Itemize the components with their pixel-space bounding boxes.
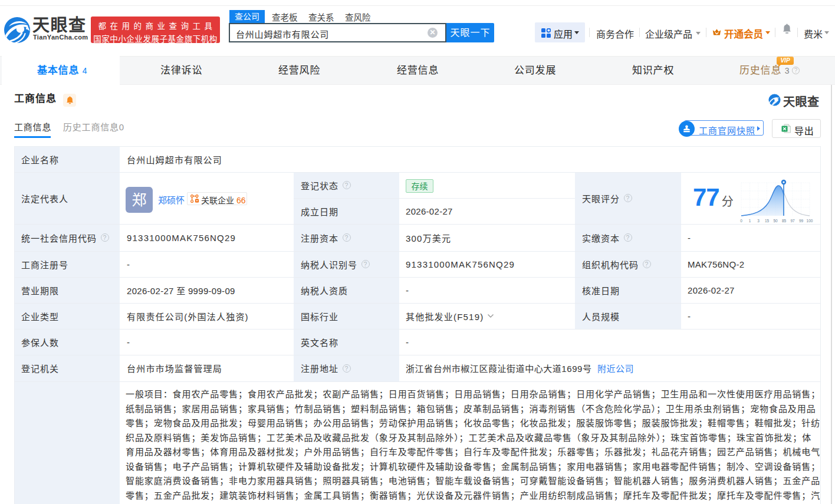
svg-text:99: 99 bbox=[799, 219, 804, 223]
svg-text:50: 50 bbox=[773, 219, 778, 223]
svg-text:1: 1 bbox=[749, 219, 751, 223]
svg-text:100: 100 bbox=[807, 219, 813, 223]
svg-text:0: 0 bbox=[740, 219, 742, 223]
svg-text:15: 15 bbox=[765, 219, 770, 223]
svg-text:85: 85 bbox=[782, 219, 787, 223]
svg-text:3: 3 bbox=[757, 219, 760, 223]
svg-text:97: 97 bbox=[790, 219, 795, 223]
